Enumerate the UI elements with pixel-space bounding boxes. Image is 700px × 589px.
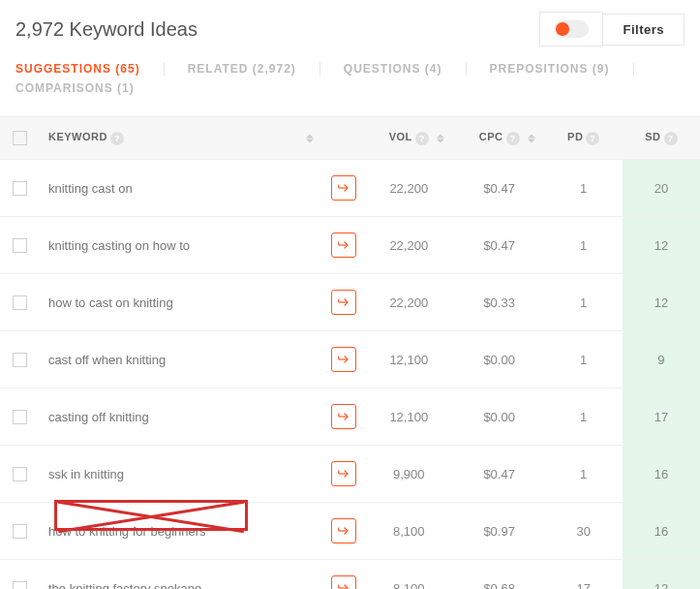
cell-pd: 1 (545, 274, 623, 331)
cell-keyword: how to knitting for beginners (39, 503, 323, 560)
cell-sd: 12 (623, 274, 700, 331)
col-cpc[interactable]: CPC? (454, 117, 545, 160)
row-checkbox[interactable] (13, 524, 27, 539)
toggle-knob (556, 22, 569, 36)
row-checkbox[interactable] (13, 581, 27, 589)
cell-vol: 8,100 (364, 503, 454, 560)
cell-vol: 9,900 (364, 446, 454, 503)
cell-pd: 1 (545, 217, 623, 274)
cell-cpc: $0.68 (454, 560, 545, 590)
page-title: 2,972 Keyword Ideas (15, 18, 198, 41)
table-row: knitting casting on how to22,200$0.47112 (0, 217, 700, 274)
cell-cpc: $0.00 (454, 388, 545, 446)
help-icon[interactable]: ? (664, 132, 678, 145)
help-icon[interactable]: ? (110, 132, 124, 145)
select-all-checkbox[interactable] (13, 131, 27, 145)
cell-cpc: $0.47 (454, 446, 545, 503)
row-checkbox[interactable] (13, 295, 27, 310)
export-arrow-button[interactable] (331, 175, 356, 201)
col-checkbox (0, 117, 39, 160)
cell-vol: 22,200 (364, 217, 454, 274)
cell-vol: 22,200 (364, 160, 454, 217)
export-arrow-button[interactable] (331, 461, 356, 486)
keyword-table: KEYWORD? VOL? CPC? PD? SD? knitting cast… (0, 116, 700, 589)
cell-vol: 8,100 (364, 560, 454, 590)
export-arrow-button[interactable] (331, 404, 356, 429)
col-sd-label: SD (645, 131, 660, 142)
sort-icon[interactable] (437, 134, 444, 142)
cell-pd: 1 (545, 160, 623, 217)
col-pd-label: PD (567, 131, 583, 142)
tab-4[interactable]: COMPARISONS (1) (15, 81, 158, 95)
sort-icon[interactable] (306, 134, 314, 142)
cell-sd: 16 (623, 503, 700, 560)
table-row: casting off knitting12,100$0.00117 (0, 388, 700, 446)
row-checkbox[interactable] (13, 181, 27, 196)
row-checkbox[interactable] (13, 410, 27, 424)
export-arrow-button[interactable] (331, 575, 356, 589)
export-arrow-button[interactable] (331, 232, 356, 258)
cell-cpc: $0.33 (454, 274, 545, 331)
cell-keyword: casting off knitting (39, 388, 323, 446)
help-icon[interactable]: ? (506, 132, 520, 145)
cell-vol: 22,200 (364, 274, 454, 331)
cell-sd: 17 (623, 388, 700, 446)
view-toggle[interactable] (554, 20, 589, 38)
cell-pd: 1 (545, 388, 623, 446)
col-action (323, 117, 364, 160)
row-checkbox[interactable] (13, 238, 27, 253)
table-row: ssk in knitting9,900$0.47116 (0, 446, 700, 503)
col-keyword[interactable]: KEYWORD? (39, 117, 323, 160)
col-cpc-label: CPC (479, 131, 503, 142)
cell-keyword: knitting cast on (39, 160, 323, 217)
cell-sd: 16 (623, 446, 700, 503)
tab-2[interactable]: QUESTIONS (4) (344, 62, 467, 76)
cell-sd: 9 (623, 331, 700, 388)
table-row: how to knitting for beginners8,100$0.973… (0, 503, 700, 560)
cell-pd: 30 (545, 503, 623, 560)
filters-button[interactable]: Filters (603, 14, 685, 46)
cell-sd: 12 (623, 217, 700, 274)
tabs: SUGGESTIONS (65)RELATED (2,972)QUESTIONS… (0, 54, 700, 116)
table-row: how to cast on knitting22,200$0.33112 (0, 274, 700, 331)
sort-icon[interactable] (528, 134, 535, 142)
export-arrow-button[interactable] (331, 347, 356, 372)
table-row: knitting cast on22,200$0.47120 (0, 160, 700, 217)
table-row: the knitting factory spokane8,100$0.6817… (0, 560, 700, 590)
cell-sd: 12 (623, 560, 700, 590)
tab-0[interactable]: SUGGESTIONS (65) (15, 62, 165, 76)
cell-cpc: $0.47 (454, 160, 545, 217)
row-checkbox[interactable] (13, 467, 27, 481)
col-pd[interactable]: PD? (545, 117, 623, 160)
cell-keyword: the knitting factory spokane (39, 560, 323, 590)
col-vol-label: VOL (389, 131, 412, 142)
row-checkbox[interactable] (13, 353, 27, 367)
cell-pd: 1 (545, 331, 623, 388)
cell-cpc: $0.00 (454, 331, 545, 388)
col-sd[interactable]: SD? (623, 117, 700, 160)
col-keyword-label: KEYWORD (48, 131, 107, 142)
export-arrow-button[interactable] (331, 518, 356, 543)
cell-pd: 1 (545, 446, 623, 503)
cell-keyword: knitting casting on how to (39, 217, 323, 274)
export-arrow-button[interactable] (331, 290, 356, 315)
cell-keyword: how to cast on knitting (39, 274, 323, 331)
cell-pd: 17 (545, 560, 623, 590)
cell-cpc: $0.47 (454, 217, 545, 274)
help-icon[interactable]: ? (415, 132, 429, 145)
tab-1[interactable]: RELATED (2,972) (188, 62, 320, 76)
cell-keyword: ssk in knitting (39, 446, 323, 503)
help-icon[interactable]: ? (586, 132, 599, 145)
cell-vol: 12,100 (364, 388, 454, 446)
cell-sd: 20 (623, 160, 700, 217)
toggle-wrap (539, 12, 603, 46)
tab-3[interactable]: PREPOSITIONS (9) (490, 62, 634, 76)
table-row: cast off when knitting12,100$0.0019 (0, 331, 700, 388)
cell-cpc: $0.97 (454, 503, 545, 560)
cell-vol: 12,100 (364, 331, 454, 388)
col-vol[interactable]: VOL? (364, 117, 454, 160)
cell-keyword: cast off when knitting (39, 331, 323, 388)
